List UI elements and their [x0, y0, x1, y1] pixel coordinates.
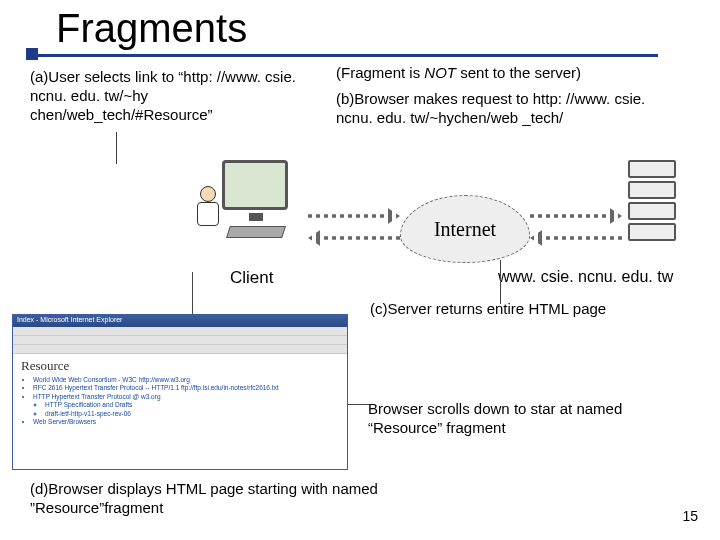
- title-bullet: [26, 48, 38, 60]
- slide-number: 15: [682, 508, 698, 524]
- slide-title: Fragments: [56, 6, 247, 51]
- server-unit-icon: [628, 223, 676, 241]
- server-hostname-label: www. csie. ncnu. edu. tw: [498, 268, 673, 286]
- keyboard-icon: [226, 226, 286, 238]
- step-d-text: (d)Browser displays HTML page starting w…: [30, 480, 390, 518]
- client-computer-illustration: [194, 160, 304, 260]
- step-c-text: (c)Server returns entire HTML page: [370, 300, 606, 317]
- fragment-note-suffix: sent to the server): [456, 64, 581, 81]
- connector-line: [192, 272, 193, 314]
- internet-cloud: Internet: [400, 195, 530, 263]
- server-illustration: [628, 160, 688, 250]
- browser-toolbar: [13, 336, 347, 345]
- fragment-note-em: NOT: [424, 64, 456, 81]
- page-link: HTTP Hypertext Transfer Protocol @ w3.or…: [33, 393, 339, 418]
- browser-titlebar: Index - Microsoft Internet Explorer: [13, 315, 347, 327]
- monitor-icon: [222, 160, 288, 210]
- fragment-note-prefix: (Fragment is: [336, 64, 424, 81]
- server-unit-icon: [628, 160, 676, 178]
- browser-page-body: Resource World Wide Web Consortium - W3C…: [13, 354, 347, 431]
- connector-line: [348, 404, 370, 405]
- person-icon: [192, 186, 228, 234]
- browser-addressbar: [13, 345, 347, 354]
- connector-line: [500, 260, 501, 304]
- step-a-text: (a)User selects link to “http: //www. cs…: [30, 68, 310, 124]
- page-link: HTTP Specification and Drafts: [45, 401, 339, 409]
- page-heading: Resource: [21, 358, 339, 374]
- step-b-text: (b)Browser makes request to http: //www.…: [336, 90, 656, 128]
- connector-line: [116, 132, 117, 164]
- fragment-note: (Fragment is NOT sent to the server): [336, 64, 581, 81]
- server-unit-icon: [628, 202, 676, 220]
- browser-menubar: [13, 327, 347, 336]
- internet-label: Internet: [434, 218, 496, 241]
- page-link: RFC 2616 Hypertext Transfer Protocol -- …: [33, 384, 339, 392]
- client-label: Client: [230, 268, 273, 288]
- title-underline: [38, 54, 658, 57]
- page-link: draft-ietf-http-v11-spec-rev-06: [45, 410, 339, 418]
- page-link: World Wide Web Consortium - W3C http://w…: [33, 376, 339, 384]
- scroll-note-text: Browser scrolls down to star at named “R…: [368, 400, 678, 438]
- server-unit-icon: [628, 181, 676, 199]
- browser-screenshot-mock: Index - Microsoft Internet Explorer Reso…: [12, 314, 348, 470]
- page-link: Web Server/Browsers: [33, 418, 339, 426]
